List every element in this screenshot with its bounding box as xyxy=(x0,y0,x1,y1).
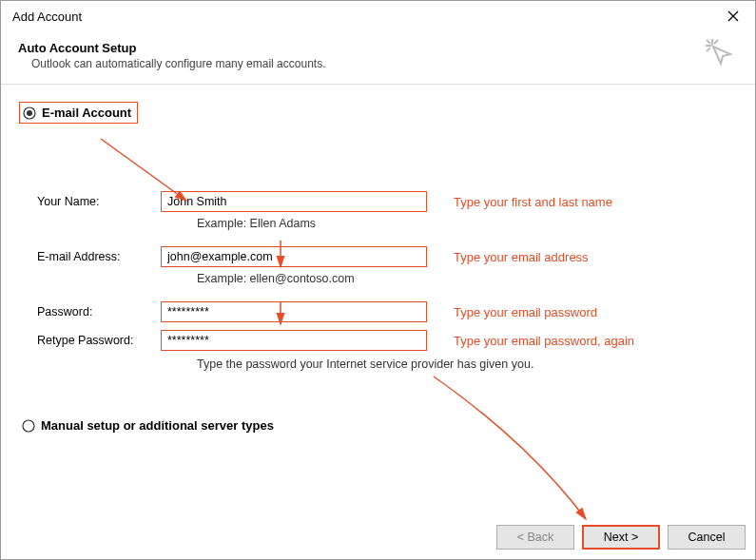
hint-name: Type your first and last name xyxy=(454,195,612,209)
svg-line-6 xyxy=(707,48,710,51)
example-name: Example: Ellen Adams xyxy=(197,217,742,230)
field-row-retype: Retype Password: Type your email passwor… xyxy=(37,329,742,352)
form-fields: Your Name: Type your first and last name… xyxy=(37,190,742,371)
hint-password: Type your email password xyxy=(454,305,597,319)
label-email: E-mail Address: xyxy=(37,250,161,263)
svg-point-8 xyxy=(27,110,32,116)
radio-email-label: E-mail Account xyxy=(42,106,131,120)
input-password[interactable] xyxy=(161,301,427,322)
radio-manual-setup[interactable]: Manual setup or additional server types xyxy=(22,418,742,433)
wizard-cursor-icon xyxy=(704,37,736,72)
example-email: Example: ellen@contoso.com xyxy=(197,272,742,285)
add-account-dialog: Add Account Auto Account Setup Outlook c… xyxy=(0,0,756,560)
radio-email-account[interactable]: E-mail Account xyxy=(19,102,138,124)
label-password: Password: xyxy=(37,305,161,319)
header-title: Auto Account Setup xyxy=(18,41,738,55)
hint-email: Type your email address xyxy=(454,250,589,264)
field-row-password: Password: Type your email password xyxy=(37,300,742,323)
wizard-header: Auto Account Setup Outlook can automatic… xyxy=(1,31,755,76)
radio-unselected-icon xyxy=(22,419,35,433)
input-email[interactable] xyxy=(161,246,427,267)
svg-line-4 xyxy=(707,40,710,44)
close-button[interactable] xyxy=(711,1,755,31)
titlebar: Add Account xyxy=(1,1,755,31)
hint-retype: Type your email password, again xyxy=(454,334,634,348)
next-button[interactable]: Next > xyxy=(582,525,660,550)
radio-selected-icon xyxy=(23,106,36,120)
label-retype: Retype Password: xyxy=(37,334,161,347)
svg-line-5 xyxy=(714,40,718,44)
close-icon xyxy=(727,10,739,22)
window-title: Add Account xyxy=(12,10,82,24)
input-name[interactable] xyxy=(161,191,427,212)
label-name: Your Name: xyxy=(37,195,161,208)
wizard-footer: < Back Next > Cancel xyxy=(496,525,746,550)
svg-point-9 xyxy=(23,420,34,432)
input-retype[interactable] xyxy=(161,330,427,351)
field-row-name: Your Name: Type your first and last name xyxy=(37,190,742,213)
wizard-body: E-mail Account Your Name: Type your firs… xyxy=(1,85,755,433)
password-help-text: Type the password your Internet service … xyxy=(197,357,742,371)
header-subtitle: Outlook can automatically configure many… xyxy=(31,57,738,70)
field-row-email: E-mail Address: Type your email address xyxy=(37,245,742,268)
back-button: < Back xyxy=(496,525,574,550)
cancel-button[interactable]: Cancel xyxy=(668,525,746,550)
radio-manual-label: Manual setup or additional server types xyxy=(41,418,274,433)
